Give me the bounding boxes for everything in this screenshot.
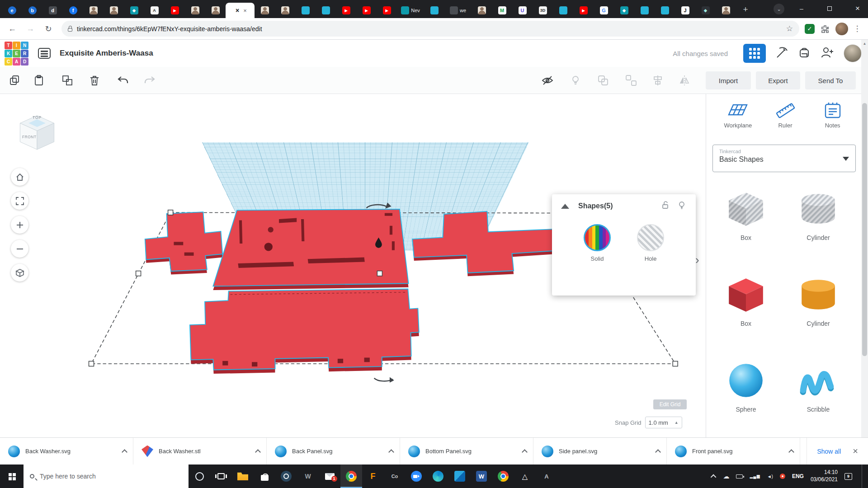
perspective-toggle-button[interactable] [11,264,28,282]
group-icon[interactable] [595,73,611,88]
browser-tab[interactable]: d × [42,3,63,18]
taskbar-app-icon[interactable] [427,465,449,488]
page-scrollbar[interactable]: ▲ [861,40,868,437]
tinker-pickaxe-icon[interactable] [775,46,788,61]
refresh-button[interactable]: ↻ [41,21,56,37]
taskbar-app-icon[interactable] [406,465,427,488]
action-center-button[interactable]: 9 [844,473,852,480]
volume-icon[interactable]: ◄) [767,474,773,479]
browser-tab[interactable]: J × [675,3,695,18]
shape-sphere[interactable]: Sphere [725,354,767,440]
network-signal-icon[interactable]: ▂▄▆ [750,474,760,479]
taskbar-app-icon[interactable] [232,465,254,488]
solid-color-swatch[interactable] [584,224,611,251]
snap-grid-select[interactable]: 1.0 mm▲ [645,417,682,428]
record-status-icon[interactable] [780,474,785,479]
dashboard-grid-button[interactable] [743,44,766,63]
browser-tab[interactable]: × [295,3,316,18]
highlight-shape-icon[interactable] [677,200,687,212]
download-menu-caret-icon[interactable] [388,449,394,455]
browser-profile-avatar[interactable] [835,23,848,35]
collapse-panel-icon[interactable] [561,204,569,209]
browser-tab[interactable]: e × [2,3,22,18]
browser-tab[interactable]: × [255,3,275,18]
shape-scribble[interactable]: Scribble [797,354,839,440]
fit-view-button[interactable] [11,192,28,210]
browser-tab[interactable]: 3D × [533,3,553,18]
delete-icon[interactable] [86,73,103,88]
download-item[interactable]: Back Washer.stl [133,438,267,465]
browser-tab[interactable]: ▶ × [356,3,377,18]
workplane-tool[interactable]: Workplane [716,101,760,129]
taskbar-app-icon[interactable] [449,465,471,488]
omnibox[interactable]: tinkercad.com/things/6kEpW7fENxY-exquisi… [61,21,799,37]
tab-close-icon[interactable]: × [243,7,247,14]
onedrive-cloud-icon[interactable]: ☁ [723,473,729,480]
browser-tab[interactable]: × [275,3,295,18]
browser-tab[interactable]: Nev × [397,3,424,18]
browser-tab[interactable]: × [83,3,104,18]
home-view-button[interactable] [11,168,28,186]
solid-option[interactable]: Solid [584,224,611,262]
user-avatar[interactable] [844,44,862,62]
download-item[interactable]: Side panel.svg [533,438,667,465]
browser-tab[interactable]: × [553,3,573,18]
taskbar-app-icon[interactable] [189,465,210,488]
browser-tab[interactable]: we × [444,3,472,18]
taskbar-search-input[interactable]: Type here to search [24,465,189,488]
browser-tab[interactable]: ▶ × [377,3,397,18]
my-designs-icon[interactable] [38,48,51,59]
taskbar-app-icon[interactable]: F [362,465,384,488]
show-all-downloads-button[interactable]: Show all [817,448,841,455]
panel-collapse-chevron-icon[interactable]: › [695,253,699,267]
url-text[interactable]: tinkercad.com/things/6kEpW7fENxY-exquisi… [77,25,782,33]
lock-shape-icon[interactable] [660,200,670,212]
browser-tab[interactable]: × [472,3,492,18]
design-title[interactable]: Exquisite Amberis-Waasa [60,49,153,58]
taskbar-app-icon[interactable]: A [536,465,557,488]
browser-tab[interactable]: × [104,3,124,18]
mirror-icon[interactable] [676,73,693,88]
shape-back-panel[interactable] [213,209,408,290]
taskbar-app-icon[interactable] [340,465,362,488]
browser-tab[interactable]: × [634,3,655,18]
battery-icon[interactable] [736,474,743,479]
window-minimize-button[interactable]: – [791,0,812,17]
forward-button[interactable]: → [23,21,38,37]
browser-menu-icon[interactable]: ⋮ [851,24,863,33]
browser-tab[interactable]: × [316,3,336,18]
tinkercad-logo[interactable]: TINKERCAD [5,42,30,66]
clock[interactable]: 14:10 03/06/2021 [811,469,838,483]
download-menu-caret-icon[interactable] [122,449,127,455]
taskbar-app-icon[interactable]: Co [384,465,406,488]
shape-cylinder-hole[interactable]: Cylinder [797,183,839,268]
taskbar-app-icon[interactable] [275,465,297,488]
send-to-button[interactable]: Send To [805,71,856,89]
show-desktop-button[interactable] [862,465,863,488]
redo-icon[interactable] [142,73,158,88]
edit-grid-button[interactable]: Edit Grid [653,399,687,409]
browser-tab[interactable]: A × [144,3,165,18]
copy-icon[interactable] [6,73,23,88]
browser-tab[interactable]: M × [492,3,512,18]
new-tab-button[interactable]: + [739,3,752,16]
shape-box-solid[interactable]: Box [725,268,767,354]
browser-tab[interactable]: ◆ × [695,3,716,18]
taskbar-app-icon[interactable] [210,465,232,488]
browser-tab[interactable]: b × [22,3,42,18]
download-item[interactable]: Back Washer.svg [0,438,133,465]
tray-expand-chevron-icon[interactable] [711,474,717,480]
close-downloads-bar-icon[interactable]: × [853,446,858,456]
taskbar-app-icon[interactable]: 1 [319,465,340,488]
view-cube[interactable]: TOP FRONT [17,113,57,157]
hole-option[interactable]: Hole [637,224,664,262]
window-close-button[interactable]: × [847,0,868,17]
hole-swatch[interactable] [637,224,664,251]
download-item[interactable]: Front panel.svg [667,438,800,465]
scrollbar-thumb[interactable] [862,103,867,356]
scrollbar-up-arrow-icon[interactable]: ▲ [861,40,868,46]
ungroup-icon[interactable] [623,73,639,88]
invite-person-icon[interactable] [820,46,835,61]
shape-bottom-panel[interactable] [190,289,419,374]
extension-check-icon[interactable]: ✓ [805,24,815,34]
